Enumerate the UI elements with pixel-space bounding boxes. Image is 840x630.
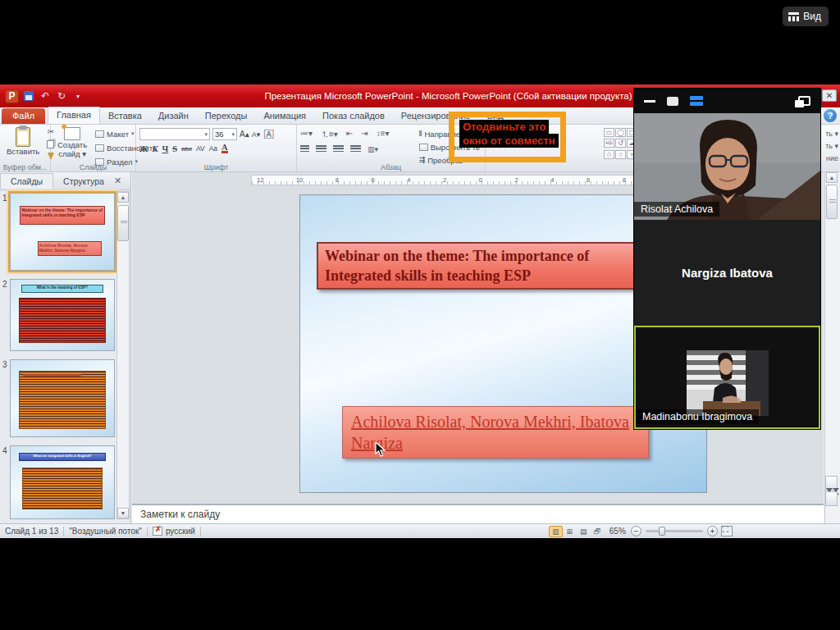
video-tile-nargiza[interactable]: Nargiza Ibatova [634,220,820,326]
scroll-down-icon[interactable]: ▼ [117,508,129,518]
participant-name-label: Madinabonu Ibragimova [636,409,759,424]
line-spacing-icon[interactable]: ↕≡▾ [377,129,390,140]
new-slide-icon [64,127,80,140]
char-spacing-icon[interactable]: AV [196,144,205,153]
strikethrough-button[interactable]: S [172,144,177,153]
slideshow-button[interactable]: 🗗 [591,526,605,537]
tab-file[interactable]: Файл [2,108,45,124]
group-font: ▾ 36▾ А▴ А▾ 🄰 Ж К Ч S abc AV Aa А Шрифт [136,125,297,171]
slide-thumbnail-4[interactable]: 4 What are integrated skills in English? [10,445,115,519]
shrink-font-icon[interactable]: А▾ [252,130,261,139]
notes-pane[interactable]: Заметки к слайду [132,504,824,523]
help-icon[interactable]: ? [824,109,837,122]
scrollbar-thumb[interactable] [826,185,838,219]
participant-name-label: Nargiza Ibatova [682,266,773,280]
powerpoint-logo-icon[interactable]: P [5,89,19,103]
tab-slideshow[interactable]: Показ слайдов [314,108,393,124]
zoom-view-button[interactable]: Вид [783,7,829,26]
tab-insert[interactable]: Вставка [100,108,150,124]
zoom-share-notice: Отодвиньте это окно от совместн [449,112,566,162]
close-panel-icon[interactable]: ✕ [114,176,121,186]
clear-formatting-icon[interactable]: 🄰 [262,129,275,139]
ribbon-edge-fragment: ть ▾ [825,142,838,150]
increase-indent-icon[interactable]: ⇥ [361,129,368,140]
slides-tab[interactable]: Слайды [0,173,53,189]
gallery-view-icon[interactable] [690,96,703,106]
participant-name-label: Risolat Achilova [634,202,719,217]
video-tile-madinabonu[interactable]: Madinabonu Ibragimova [634,326,820,429]
zoom-percentage[interactable]: 65% [609,527,626,536]
quick-access-toolbar: P ↶ ↻ ▾ [0,84,89,107]
scroll-up-icon[interactable]: ▲ [826,172,838,183]
gallery-grid-icon [788,12,799,21]
slide-title-textbox[interactable]: Webinar on the theme: The importance of … [317,242,636,290]
zoom-slider-knob[interactable] [659,527,665,536]
video-panel-header [634,89,820,113]
normal-view-button[interactable]: ▥ [549,526,563,537]
tab-design[interactable]: Дизайн [150,108,197,124]
slides-panel: Слайды Структура ✕ 1 Webinar on the them… [0,172,131,523]
new-slide-button[interactable]: Создать слайд ▾ [54,126,90,167]
shadow-button[interactable]: abc [181,145,192,153]
decrease-indent-icon[interactable]: ⇤ [346,129,353,140]
zoom-out-icon[interactable]: − [631,526,641,536]
theme-name: "Воздушный поток" [69,527,142,536]
madinabonu-video-frame [687,350,769,416]
language-label[interactable]: русский [166,527,195,536]
justify-icon[interactable] [350,145,361,153]
redo-icon[interactable]: ↻ [55,89,68,103]
italic-button[interactable]: К [152,144,158,153]
thumbnails-scrollbar[interactable]: ▲ ▼ [116,191,130,519]
shapes-gallery[interactable]: ▭◯▢ ⬲↺☁ ✩☆▿ [604,128,637,160]
minimize-icon[interactable] [644,100,655,103]
scroll-up-icon[interactable]: ▲ [117,192,129,203]
outline-tab[interactable]: Структура [53,174,114,189]
underline-button[interactable]: Ч [162,144,169,153]
ribbon-edge-fragment: ть ▾ [825,130,838,138]
font-size-combobox[interactable]: 36▾ [212,128,237,140]
next-slide-button[interactable] [825,491,838,506]
bullets-icon[interactable]: ≔▾ [300,129,313,140]
fullscreen-icon[interactable] [667,97,678,106]
slide-thumbnail-1[interactable]: 1 Webinar on the theme: The importance o… [10,193,115,271]
mouse-cursor [375,441,386,458]
slide-sorter-button[interactable]: ⊞ [563,526,577,537]
undo-icon[interactable]: ↶ [39,89,52,103]
align-center-icon[interactable] [316,145,326,153]
popout-icon[interactable] [798,96,810,106]
zoom-slider[interactable] [646,530,703,532]
tab-home[interactable]: Главная [48,107,100,124]
screen: Вид P ↶ ↻ ▾ Презентация Microsoft PowerP… [0,0,840,630]
scrollbar-thumb[interactable] [117,205,129,241]
font-color-icon[interactable]: А [221,144,228,153]
font-name-combobox[interactable]: ▾ [139,128,210,140]
close-window-icon[interactable]: ✕ [822,89,837,102]
grow-font-icon[interactable]: А▴ [240,130,249,139]
notes-placeholder: Заметки к слайду [140,509,220,520]
group-clipboard: Вставить ✂ Буфер обм... [0,125,51,171]
paste-button[interactable]: Вставить [3,126,43,162]
columns-icon[interactable]: ▥▾ [368,145,378,153]
change-case-icon[interactable]: Aa [209,144,217,153]
tab-transitions[interactable]: Переходы [197,108,256,124]
slide-authors-text: Achilova Risolat, Norova Mekhri, Ibatova… [343,411,648,454]
zoom-in-icon[interactable]: + [707,526,718,536]
spellcheck-icon[interactable] [153,527,162,536]
editor-scrollbar[interactable]: ▲ [824,172,838,523]
numbering-icon[interactable]: ⒈≡▾ [321,129,338,140]
save-icon[interactable] [22,89,35,103]
align-right-icon[interactable] [333,145,344,153]
group-slides: Создать слайд ▾ Макет▾ Восстановить Разд… [51,125,136,171]
align-left-icon[interactable] [300,145,309,153]
notice-line-1: Отодвиньте это [459,120,549,134]
tab-animations[interactable]: Анимация [255,108,314,124]
view-button-label: Вид [803,11,821,22]
slide-thumbnail-3[interactable]: 3 [10,359,115,437]
fit-to-window-icon[interactable] [721,526,733,536]
reading-view-button[interactable]: ▤ [577,526,591,537]
slide-authors-textbox[interactable]: Achilova Risolat, Norova Mekhri, Ibatova… [342,406,649,459]
bold-button[interactable]: Ж [139,144,148,153]
slide-thumbnail-2[interactable]: 2 What is the meaning of ESP? [10,279,115,351]
video-tile-risolat[interactable]: Risolat Achilova [634,113,820,220]
customize-qat-icon[interactable]: ▾ [71,89,84,103]
